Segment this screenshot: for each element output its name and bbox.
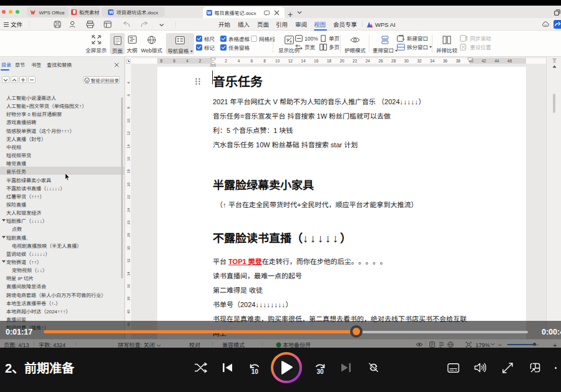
- svg-text:10: 10: [251, 368, 259, 375]
- svg-text:30: 30: [316, 368, 324, 375]
